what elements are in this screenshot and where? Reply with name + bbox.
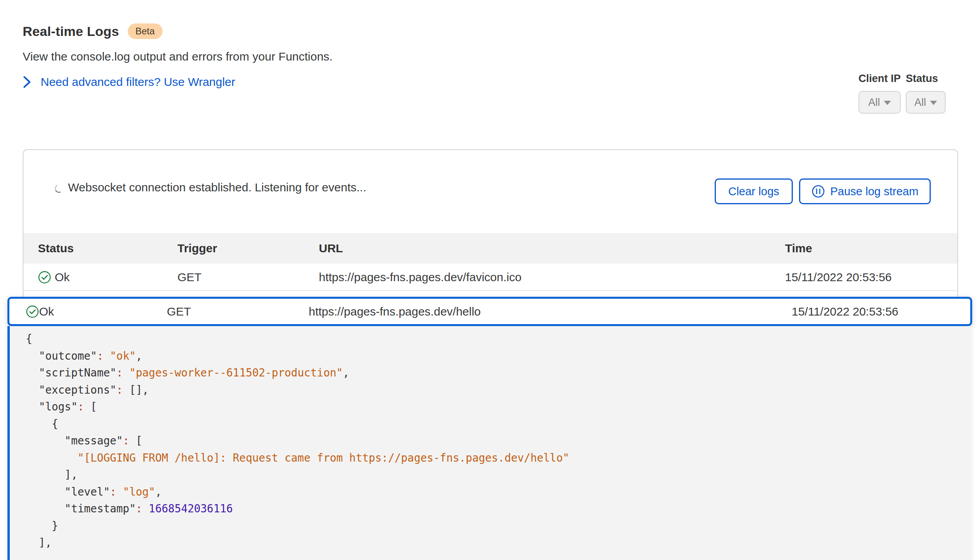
status-filter-dropdown[interactable]: All	[906, 91, 946, 114]
row-url: https://pages-fns.pages.dev/favicon.ico	[319, 264, 522, 291]
status-ok-icon	[38, 264, 51, 291]
status-filter-value: All	[914, 96, 926, 109]
log-table-header: Status Trigger URL Time	[23, 233, 957, 264]
chevron-right-icon	[23, 75, 31, 89]
websocket-status-message: Websocket connection established. Listen…	[68, 181, 366, 194]
row-time: 15/11/2022 20:53:56	[785, 264, 892, 291]
client-ip-filter-label: Client IP	[858, 73, 901, 85]
chevron-down-icon	[884, 101, 891, 105]
clear-logs-button-label: Clear logs	[728, 185, 780, 198]
advanced-filters-link[interactable]: Need advanced filters? Use Wrangler	[23, 75, 235, 89]
status-ok-icon	[26, 299, 39, 324]
chevron-down-icon	[930, 101, 937, 105]
beta-badge: Beta	[128, 23, 163, 39]
row-url: https://pages-fns.pages.dev/hello	[309, 299, 481, 324]
websocket-status-bar: Websocket connection established. Listen…	[23, 150, 957, 233]
pause-icon	[812, 185, 825, 198]
row-time: 15/11/2022 20:53:56	[792, 299, 898, 324]
column-header-trigger: Trigger	[177, 233, 217, 264]
status-filter-label: Status	[906, 73, 946, 85]
row-status-label: Ok	[55, 264, 70, 291]
page-header: Real-time Logs Beta	[23, 23, 163, 39]
row-status-label: Ok	[39, 299, 54, 324]
client-ip-filter: Client IP All	[858, 73, 901, 114]
log-json-content: { "outcome": "ok", "scriptName": "pages-…	[26, 330, 569, 551]
clear-logs-button[interactable]: Clear logs	[715, 178, 793, 204]
selected-log-row[interactable]: Ok GET https://pages-fns.pages.dev/hello…	[7, 297, 972, 326]
realtime-logs-page: Real-time Logs Beta View the console.log…	[0, 0, 980, 560]
row-trigger: GET	[167, 299, 191, 324]
log-table-row[interactable]: Ok GET https://pages-fns.pages.dev/favic…	[23, 264, 957, 291]
client-ip-filter-value: All	[868, 96, 880, 109]
client-ip-filter-dropdown[interactable]: All	[858, 91, 901, 114]
expanded-log-entry: Ok GET https://pages-fns.pages.dev/hello…	[7, 297, 972, 560]
page-title: Real-time Logs	[23, 24, 119, 39]
spinner-icon	[54, 183, 64, 194]
status-filter: Status All	[906, 73, 946, 114]
log-json-panel: { "outcome": "ok", "scriptName": "pages-…	[7, 326, 970, 560]
pause-log-stream-button-label: Pause log stream	[830, 185, 919, 198]
advanced-filters-link-label: Need advanced filters? Use Wrangler	[41, 75, 235, 89]
column-header-time: Time	[785, 233, 812, 264]
pause-log-stream-button[interactable]: Pause log stream	[799, 178, 931, 204]
column-header-url: URL	[319, 233, 343, 264]
row-trigger: GET	[177, 264, 202, 291]
page-subtitle: View the console.log output and errors f…	[23, 50, 333, 63]
column-header-status: Status	[38, 233, 74, 264]
